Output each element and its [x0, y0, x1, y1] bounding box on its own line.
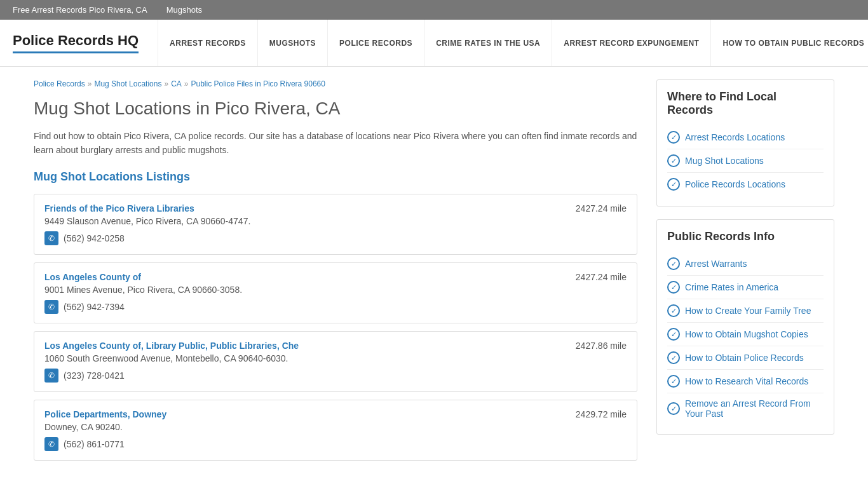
nav-link[interactable]: ARREST RECORD EXPUNGEMENT	[552, 20, 711, 66]
location-header: Friends of the Pico Rivera Libraries2427…	[44, 203, 627, 214]
header: Police Records HQ ARREST RECORDSMUGSHOTS…	[0, 20, 868, 67]
page-title: Mug Shot Locations in Pico Rivera, CA	[34, 98, 637, 119]
location-distance: 2427.24 mile	[576, 203, 627, 214]
phone-number: (323) 728-0421	[64, 370, 125, 381]
sidebar-link-label: Remove an Arrest Record From Your Past	[685, 398, 824, 419]
logo-link[interactable]: Police Records HQ	[13, 32, 139, 53]
location-cards: Friends of the Pico Rivera Libraries2427…	[34, 194, 637, 461]
sidebar-link-label: How to Research Vital Records	[685, 376, 808, 386]
check-icon: ✓	[667, 257, 680, 270]
breadcrumb-separator: »	[164, 79, 168, 88]
sidebar-public-records-link[interactable]: ✓Crime Rates in America	[667, 276, 824, 299]
location-distance: 2427.24 mile	[576, 272, 627, 282]
sidebar-local-records-link[interactable]: ✓Arrest Records Locations	[667, 126, 824, 149]
check-icon: ✓	[667, 131, 680, 144]
phone-number: (562) 942-0258	[64, 233, 125, 243]
location-name: Friends of the Pico Rivera Libraries	[44, 203, 194, 214]
sidebar-link-label: How to Create Your Family Tree	[685, 306, 811, 316]
check-icon: ✓	[667, 328, 680, 341]
phone-number: (562) 861-0771	[64, 439, 125, 449]
sidebar-local-records-links: ✓Arrest Records Locations✓Mug Shot Locat…	[667, 126, 824, 196]
sidebar-link-label: Police Records Locations	[685, 179, 785, 189]
check-icon: ✓	[667, 154, 680, 167]
logo[interactable]: Police Records HQ	[13, 20, 158, 66]
location-phone: ✆(562) 942-7394	[44, 300, 627, 314]
nav-link[interactable]: MUGSHOTS	[258, 20, 328, 66]
sidebar-public-records-title: Public Records Info	[667, 230, 824, 243]
breadcrumb-separator: »	[88, 79, 92, 88]
nav-link[interactable]: HOW TO OBTAIN PUBLIC RECORDS	[711, 20, 868, 66]
phone-icon: ✆	[44, 369, 58, 383]
location-address: 1060 South Greenwood Avenue, Montebello,…	[44, 353, 627, 363]
location-card: Los Angeles County of2427.24 mile9001 Mi…	[34, 262, 637, 323]
top-bar-link[interactable]: Mugshots	[166, 5, 202, 15]
sidebar-link-label: Mug Shot Locations	[685, 156, 764, 166]
location-phone: ✆(562) 861-0771	[44, 437, 627, 451]
location-name: Police Departments, Downey	[44, 409, 166, 419]
nav-link[interactable]: POLICE RECORDS	[328, 20, 424, 66]
breadcrumb-item[interactable]: Public Police Files in Pico Rivera 90660	[191, 79, 325, 88]
sidebar-public-records-link[interactable]: ✓How to Create Your Family Tree	[667, 299, 824, 323]
location-header: Los Angeles County of2427.24 mile	[44, 272, 627, 282]
sidebar-link-label: Crime Rates in America	[685, 282, 778, 292]
location-distance: 2429.72 mile	[576, 409, 627, 419]
location-address: 9449 Slauson Avenue, Pico Rivera, CA 906…	[44, 216, 627, 226]
sidebar-public-records-link[interactable]: ✓How to Obtain Mugshot Copies	[667, 323, 824, 346]
breadcrumb-item[interactable]: Mug Shot Locations	[94, 79, 161, 88]
phone-icon: ✆	[44, 300, 58, 314]
breadcrumb: Police Records»Mug Shot Locations»CA»Pub…	[34, 79, 637, 88]
sidebar: Where to Find Local Records ✓Arrest Reco…	[656, 79, 834, 468]
location-name: Los Angeles County of	[44, 272, 141, 282]
sidebar-local-records-link[interactable]: ✓Police Records Locations	[667, 173, 824, 196]
location-address: 9001 Mines Avenue, Pico Rivera, CA 90660…	[44, 285, 627, 295]
check-icon: ✓	[667, 304, 680, 317]
section-heading: Mug Shot Locations Listings	[34, 170, 637, 184]
sidebar-link-label: Arrest Records Locations	[685, 132, 785, 142]
sidebar-public-records-link[interactable]: ✓Arrest Warrants	[667, 252, 824, 276]
check-icon: ✓	[667, 375, 680, 388]
location-phone: ✆(323) 728-0421	[44, 369, 627, 383]
check-icon: ✓	[667, 402, 680, 415]
main-nav: ARREST RECORDSMUGSHOTSPOLICE RECORDSCRIM…	[158, 20, 868, 66]
top-bar: Free Arrest Records Pico Rivera, CAMugsh…	[0, 0, 868, 20]
location-distance: 2427.86 mile	[576, 341, 627, 351]
location-card: Friends of the Pico Rivera Libraries2427…	[34, 194, 637, 255]
sidebar-link-label: How to Obtain Mugshot Copies	[685, 329, 808, 339]
sidebar-link-label: How to Obtain Police Records	[685, 353, 804, 363]
check-icon: ✓	[667, 178, 680, 191]
sidebar-public-records-links: ✓Arrest Warrants✓Crime Rates in America✓…	[667, 252, 824, 424]
phone-icon: ✆	[44, 231, 58, 245]
location-header: Los Angeles County of, Library Public, P…	[44, 341, 627, 351]
sidebar-public-records-link[interactable]: ✓How to Obtain Police Records	[667, 346, 824, 370]
sidebar-local-records-box: Where to Find Local Records ✓Arrest Reco…	[656, 79, 834, 207]
top-bar-link[interactable]: Free Arrest Records Pico Rivera, CA	[13, 5, 147, 15]
breadcrumb-separator: »	[184, 79, 189, 88]
location-header: Police Departments, Downey2429.72 mile	[44, 409, 627, 419]
sidebar-link-label: Arrest Warrants	[685, 259, 747, 269]
phone-icon: ✆	[44, 437, 58, 451]
location-name: Los Angeles County of, Library Public, P…	[44, 341, 299, 351]
check-icon: ✓	[667, 281, 680, 294]
sidebar-public-records-link[interactable]: ✓How to Research Vital Records	[667, 370, 824, 393]
sidebar-local-records-title: Where to Find Local Records	[667, 90, 824, 117]
nav-link[interactable]: CRIME RATES IN THE USA	[424, 20, 552, 66]
location-card: Los Angeles County of, Library Public, P…	[34, 331, 637, 392]
breadcrumb-item[interactable]: Police Records	[34, 79, 85, 88]
location-phone: ✆(562) 942-0258	[44, 231, 627, 245]
location-address: Downey, CA 90240.	[44, 422, 627, 432]
phone-number: (562) 942-7394	[64, 302, 125, 312]
breadcrumb-item[interactable]: CA	[171, 79, 182, 88]
intro-text: Find out how to obtain Pico Rivera, CA p…	[34, 129, 637, 158]
nav-link[interactable]: ARREST RECORDS	[158, 20, 258, 66]
check-icon: ✓	[667, 351, 680, 364]
main-layout: Police Records»Mug Shot Locations»CA»Pub…	[21, 67, 847, 481]
location-card: Police Departments, Downey2429.72 mileDo…	[34, 400, 637, 461]
content-area: Police Records»Mug Shot Locations»CA»Pub…	[34, 79, 637, 468]
sidebar-public-records-box: Public Records Info ✓Arrest Warrants✓Cri…	[656, 219, 834, 435]
sidebar-local-records-link[interactable]: ✓Mug Shot Locations	[667, 149, 824, 173]
sidebar-public-records-link[interactable]: ✓Remove an Arrest Record From Your Past	[667, 393, 824, 424]
